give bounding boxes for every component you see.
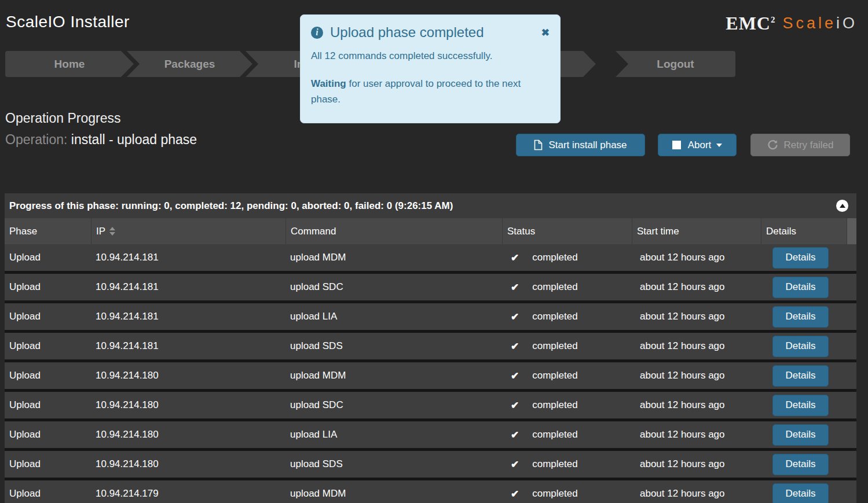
row-details-button[interactable]: Details — [772, 395, 829, 416]
table-header: Phase IP Command Status Start time Detai… — [5, 218, 856, 244]
scaleio-logo: ScaleiO — [782, 14, 858, 32]
cell-phase: Upload — [5, 303, 91, 330]
column-header-command: Command — [285, 218, 502, 244]
check-icon: ✔ — [511, 252, 519, 264]
cell-command: upload LIA — [285, 303, 502, 330]
table-row: Upload 10.94.214.181 upload SDC ✔ comple… — [5, 274, 856, 300]
cell-details: Details — [761, 362, 847, 389]
close-icon[interactable]: ✖ — [541, 28, 550, 38]
start-install-phase-label: Start install phase — [548, 139, 627, 151]
check-icon: ✔ — [511, 340, 519, 353]
nav-tab-label: Packages — [164, 58, 215, 71]
table-row: Upload 10.94.214.180 upload LIA ✔ comple… — [5, 421, 856, 448]
column-header-ip[interactable]: IP — [91, 218, 285, 244]
cell-details: Details — [761, 303, 847, 330]
phase-progress-summary: Progress of this phase: running: 0, comp… — [9, 200, 453, 212]
cell-status-text: completed — [532, 252, 577, 263]
nav-tab-label: Logout — [657, 58, 694, 71]
row-details-button[interactable]: Details — [772, 247, 829, 269]
cell-command: upload SDC — [285, 274, 502, 300]
cell-command: upload SDS — [285, 451, 502, 478]
operation-value: install - upload phase — [71, 132, 197, 147]
table-row: Upload 10.94.214.181 upload LIA ✔ comple… — [5, 303, 856, 330]
cell-status-text: completed — [532, 399, 577, 411]
row-details-button[interactable]: Details — [772, 336, 829, 357]
scrollbar-track[interactable] — [847, 218, 856, 244]
retry-failed-label: Retry failed — [784, 139, 834, 151]
popup-title: Upload phase completed — [330, 24, 541, 41]
cell-details: Details — [761, 333, 847, 359]
cell-status: ✔ completed — [502, 244, 632, 271]
cell-start-time: about 12 hours ago — [632, 451, 761, 478]
cell-ip: 10.94.214.181 — [91, 303, 285, 330]
retry-failed-button[interactable]: Retry failed — [750, 134, 850, 156]
page-title: Operation Progress — [5, 111, 120, 126]
cell-status-text: completed — [532, 458, 577, 470]
check-icon: ✔ — [511, 399, 519, 412]
table-body: Upload 10.94.214.181 upload MDM ✔ comple… — [5, 244, 856, 503]
cell-command: upload MDM — [285, 362, 502, 389]
cell-ip: 10.94.214.180 — [91, 421, 285, 448]
popup-message-1: All 12 commands completed successfully. — [311, 49, 550, 64]
progress-table: Progress of this phase: running: 0, comp… — [5, 193, 856, 503]
cell-phase: Upload — [5, 362, 91, 389]
nav-tab-home[interactable]: Home — [5, 51, 134, 77]
check-icon: ✔ — [511, 429, 519, 441]
cell-ip: 10.94.214.180 — [91, 451, 285, 478]
check-icon: ✔ — [511, 311, 519, 323]
cell-start-time: about 12 hours ago — [632, 480, 761, 503]
cell-phase: Upload — [5, 274, 91, 300]
row-details-button[interactable]: Details — [772, 306, 829, 328]
operation-subtitle: Operation: install - upload phase — [5, 132, 197, 148]
emc-logo: EMC2 — [726, 13, 775, 34]
cell-status: ✔ completed — [502, 480, 632, 503]
row-details-button[interactable]: Details — [772, 454, 829, 475]
row-details-button[interactable]: Details — [772, 277, 829, 298]
cell-status-text: completed — [532, 370, 577, 381]
cell-command: upload LIA — [285, 421, 502, 448]
cell-phase: Upload — [5, 333, 91, 359]
row-details-button[interactable]: Details — [772, 365, 829, 387]
abort-label: Abort — [688, 139, 712, 151]
cell-ip: 10.94.214.181 — [91, 274, 285, 300]
cell-status: ✔ completed — [502, 392, 632, 418]
cell-details: Details — [761, 451, 847, 478]
cell-status: ✔ completed — [502, 303, 632, 330]
cell-start-time: about 12 hours ago — [632, 362, 761, 389]
cell-status: ✔ completed — [502, 362, 632, 389]
start-install-phase-button[interactable]: Start install phase — [516, 134, 645, 156]
nav-tab-logout[interactable]: Logout — [616, 51, 735, 77]
nav-tab-packages[interactable]: Packages — [127, 51, 252, 77]
cell-phase: Upload — [5, 244, 91, 271]
row-details-button[interactable]: Details — [772, 424, 829, 446]
cell-status-text: completed — [532, 281, 577, 293]
document-icon — [534, 139, 543, 150]
operation-label: Operation: — [5, 132, 67, 147]
cell-status-text: completed — [532, 429, 577, 440]
column-header-phase: Phase — [5, 218, 91, 244]
abort-button[interactable]: Abort — [658, 134, 737, 156]
cell-phase: Upload — [5, 392, 91, 418]
table-row: Upload 10.94.214.180 upload SDC ✔ comple… — [5, 392, 856, 418]
cell-start-time: about 12 hours ago — [632, 303, 761, 330]
column-header-details: Details — [761, 218, 847, 244]
table-row: Upload 10.94.214.180 upload SDS ✔ comple… — [5, 451, 856, 478]
cell-command: upload MDM — [285, 480, 502, 503]
row-details-button[interactable]: Details — [772, 483, 829, 503]
collapse-panel-icon[interactable] — [836, 200, 848, 212]
cell-status-text: completed — [532, 488, 577, 500]
cell-status: ✔ completed — [502, 421, 632, 448]
cell-details: Details — [761, 392, 847, 418]
table-row: Upload 10.94.214.180 upload MDM ✔ comple… — [5, 362, 856, 389]
popup-message-2: Waiting for user approval to proceed to … — [311, 76, 550, 107]
app-title: ScaleIO Installer — [6, 13, 130, 31]
cell-start-time: about 12 hours ago — [632, 392, 761, 418]
cell-start-time: about 12 hours ago — [632, 274, 761, 300]
notification-popup: i Upload phase completed ✖ All 12 comman… — [300, 14, 561, 123]
cell-start-time: about 12 hours ago — [632, 244, 761, 271]
toolbar: Start install phase Abort Retry failed — [516, 134, 850, 156]
check-icon: ✔ — [511, 458, 519, 471]
cell-status: ✔ completed — [502, 451, 632, 478]
sort-icon — [109, 227, 115, 236]
cell-status: ✔ completed — [502, 333, 632, 359]
